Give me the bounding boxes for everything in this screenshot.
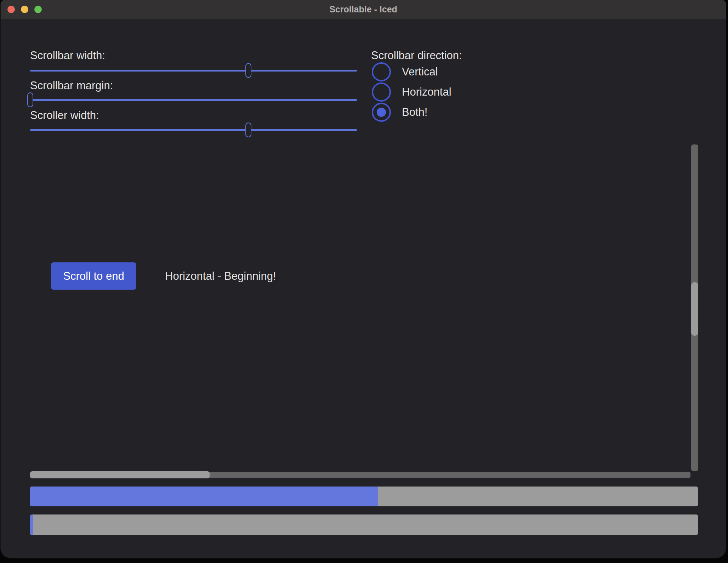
progress-bar-horizontal xyxy=(30,487,698,506)
vertical-scrollbar-track[interactable] xyxy=(691,144,698,471)
scrollbar-width-slider[interactable] xyxy=(30,63,357,78)
window-title: Scrollable - Iced xyxy=(1,0,726,19)
scrollbar-width-label: Scrollbar width: xyxy=(30,48,105,63)
progress-fill xyxy=(30,514,33,535)
radio-option-label: Horizontal xyxy=(402,86,451,98)
radio-circle-icon[interactable] xyxy=(372,62,391,81)
slider-rail[interactable] xyxy=(30,129,357,131)
vertical-scroller[interactable] xyxy=(691,282,698,336)
scrollbar-margin-label: Scrollbar margin: xyxy=(30,78,113,93)
radio-dot-icon xyxy=(377,108,386,117)
progress-bar-vertical xyxy=(30,514,698,535)
slider-rail[interactable] xyxy=(30,99,357,101)
horizontal-scrollbar-track[interactable] xyxy=(30,472,690,478)
radio-option-both[interactable]: Both! xyxy=(372,103,427,122)
app-window: Scrollable - Iced Scrollbar width: Scrol… xyxy=(1,0,726,558)
radio-option-horizontal[interactable]: Horizontal xyxy=(372,83,451,102)
radio-option-label: Both! xyxy=(402,106,427,119)
slider-handle[interactable] xyxy=(245,63,251,78)
slider-handle[interactable] xyxy=(27,92,33,107)
scroller-width-label: Scroller width: xyxy=(30,108,99,123)
radio-circle-icon[interactable] xyxy=(372,103,391,122)
radio-circle-icon[interactable] xyxy=(372,83,391,102)
radio-group-label: Scrollbar direction: xyxy=(371,48,462,63)
progress-fill xyxy=(30,487,378,506)
scroll-status-text: Horizontal - Beginning! xyxy=(165,262,276,290)
radio-option-vertical[interactable]: Vertical xyxy=(372,62,438,81)
scroll-to-end-button[interactable]: Scroll to end xyxy=(51,262,136,290)
slider-rail[interactable] xyxy=(30,70,357,72)
scrollbar-margin-slider[interactable] xyxy=(30,92,357,107)
titlebar: Scrollable - Iced xyxy=(1,0,726,19)
slider-handle[interactable] xyxy=(245,123,251,137)
scroller-width-slider[interactable] xyxy=(30,123,357,137)
radio-option-label: Vertical xyxy=(402,66,438,78)
horizontal-scroller[interactable] xyxy=(30,471,210,478)
